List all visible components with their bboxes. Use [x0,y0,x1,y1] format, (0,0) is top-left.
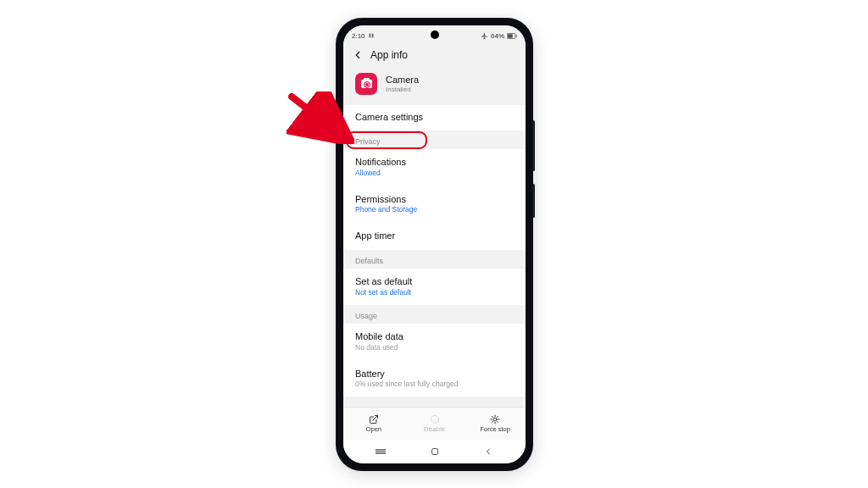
airplane-mode-icon [481,32,488,40]
svg-line-11 [498,421,498,422]
content: Camera Installed Camera settings Privacy… [343,69,526,438]
row-sub: Phone and Storage [355,205,514,214]
row-mobile-data[interactable]: Mobile data No data used [343,324,526,360]
row-label: Battery [355,369,514,380]
nav-recents[interactable] [364,447,398,456]
status-indicator-icon [368,32,375,39]
power-button [532,184,535,218]
volume-button [532,120,535,171]
svg-rect-4 [516,35,517,37]
action-label: Open [366,425,381,433]
disable-icon [430,414,440,424]
row-permissions[interactable]: Permissions Phone and Storage [343,186,526,223]
action-label: Disable [424,425,445,433]
svg-point-7 [493,418,497,421]
svg-rect-0 [369,34,370,38]
back-button[interactable] [352,49,364,61]
nav-back[interactable] [471,446,505,457]
app-identity: Camera Installed [343,69,526,105]
status-time: 2:10 [352,32,365,40]
row-set-as-default[interactable]: Set as default Not set as default [343,269,526,305]
svg-line-15 [498,416,498,417]
nav-bar [343,440,526,463]
svg-rect-1 [371,34,373,38]
action-label: Force stop [480,425,509,433]
section-privacy: Privacy [343,130,526,149]
row-camera-settings[interactable]: Camera settings [343,105,526,130]
app-name: Camera [386,75,419,86]
row-label: Mobile data [355,331,514,343]
screen: 2:10 64% App info Camera [343,25,526,463]
page-title: App info [370,49,408,61]
svg-rect-19 [431,449,437,455]
svg-line-14 [492,421,493,422]
svg-rect-3 [508,34,513,38]
header: App info [343,44,526,69]
battery-icon [507,33,517,39]
camera-notch [431,30,439,39]
force-stop-button[interactable]: Force stop [465,408,526,440]
battery-percent: 64% [491,32,504,40]
row-sub: Not set as default [355,288,514,297]
row-label: Notifications [355,157,514,169]
section-defaults: Defaults [343,250,526,269]
row-app-timer[interactable]: App timer [343,222,526,250]
force-stop-icon [490,414,500,424]
open-icon [369,414,379,424]
camera-app-icon [355,73,377,95]
open-button[interactable]: Open [343,408,404,440]
phone-frame: 2:10 64% App info Camera [337,19,532,470]
svg-point-6 [431,416,438,424]
row-label: Permissions [355,194,514,206]
row-sub: No data used [355,343,514,352]
svg-line-20 [292,97,342,136]
app-install-status: Installed [386,86,419,93]
row-notifications[interactable]: Notifications Allowed [343,149,526,186]
row-label: App timer [355,230,514,242]
row-label: Set as default [355,276,514,288]
nav-home[interactable] [418,446,452,457]
bottom-action-bar: Open Disable Force stop [343,407,526,440]
svg-line-10 [492,416,493,417]
svg-line-5 [373,416,378,421]
row-sub: Allowed [355,169,514,178]
row-battery[interactable]: Battery 0% used since last fully charged [343,360,526,397]
row-label: Camera settings [355,112,514,124]
row-sub: 0% used since last fully charged [355,380,514,389]
section-usage: Usage [343,305,526,324]
disable-button[interactable]: Disable [404,408,465,440]
